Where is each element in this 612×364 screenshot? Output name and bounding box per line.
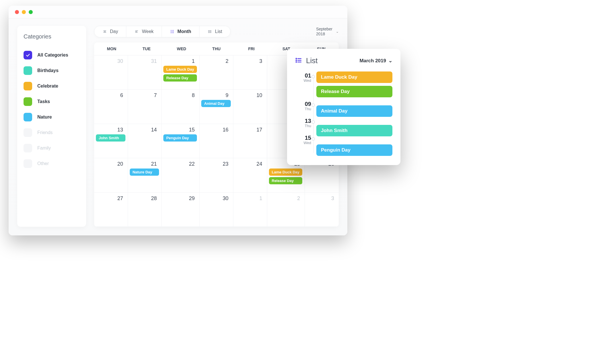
calendar-cell[interactable]: 1 <box>233 193 267 227</box>
view-tab-month[interactable]: Month <box>162 26 200 37</box>
grid-icon <box>170 29 175 34</box>
calendar-cell[interactable]: 23 <box>200 158 233 192</box>
view-tab-week[interactable]: Week <box>126 26 162 37</box>
svg-point-13 <box>172 32 173 33</box>
view-tab-list[interactable]: List <box>200 26 230 37</box>
calendar-cell[interactable]: 20 <box>94 158 128 192</box>
category-item[interactable]: Friends <box>24 125 80 140</box>
day-number: 10 <box>235 92 265 98</box>
view-tab-day[interactable]: Day <box>94 26 126 37</box>
view-tab-label: Month <box>177 29 191 34</box>
list-event[interactable]: John Smith <box>316 125 392 136</box>
svg-point-14 <box>173 32 174 33</box>
category-item[interactable]: Celebrate <box>24 78 80 94</box>
category-item[interactable]: Tasks <box>24 94 80 109</box>
calendar-cell[interactable]: 28 <box>128 193 162 227</box>
calendar-cell[interactable]: 13John Smith <box>94 124 128 158</box>
calendar-event[interactable]: Lame Duck Day <box>163 66 197 73</box>
calendar-cell[interactable]: 1Lame Duck DayRelease Day <box>162 55 200 90</box>
calendar-cell[interactable]: 16 <box>200 124 233 158</box>
categories-sidebar: Categories All CategoriesBirthdaysCelebr… <box>17 26 86 227</box>
calendar-cell[interactable]: 3 <box>233 55 267 90</box>
list-icon <box>295 57 302 65</box>
list-date: 09Thu <box>295 101 311 111</box>
chevron-down-icon: ⌄ <box>388 58 392 64</box>
list-event[interactable]: Penguin Day <box>316 144 392 156</box>
calendar-cell[interactable]: 14 <box>128 124 162 158</box>
chevron-down-icon: ⌄ <box>336 30 339 34</box>
calendar-cell[interactable]: 7 <box>128 90 162 124</box>
day-number: 1 <box>163 58 197 64</box>
category-swatch-icon <box>24 159 32 168</box>
category-item[interactable]: Other <box>24 156 80 171</box>
day-number: 1 <box>235 195 265 202</box>
lines-icon <box>102 29 107 34</box>
list-month-picker[interactable]: March 2019 ⌄ <box>359 58 392 64</box>
calendar-cell[interactable]: 30 <box>94 55 128 90</box>
calendar-event[interactable]: Release Day <box>163 74 197 82</box>
calendar-cell[interactable]: 29 <box>162 193 200 227</box>
calendar-cell[interactable]: 10 <box>233 90 267 124</box>
svg-point-7 <box>172 30 173 31</box>
view-tab-label: List <box>215 29 222 34</box>
svg-point-18 <box>208 30 209 31</box>
calendar-cell[interactable]: 31 <box>128 55 162 90</box>
day-number: 27 <box>96 195 125 202</box>
calendar-header: MON <box>94 42 129 55</box>
calendar-cell[interactable]: 15Penguin Day <box>162 124 200 158</box>
maximize-icon[interactable] <box>29 10 33 14</box>
category-item[interactable]: Birthdays <box>24 63 80 78</box>
svg-point-20 <box>208 32 209 33</box>
calendar-cell[interactable]: 6 <box>94 90 128 124</box>
calendar-cell[interactable]: 2 <box>267 193 305 227</box>
sidebar-title: Categories <box>24 33 80 40</box>
list-date-weekday: Thu <box>295 124 311 128</box>
list-event[interactable]: Animal Day <box>316 105 392 117</box>
list-popover: List March 2019 ⌄ 01Wed09Thu13Thu15Wed L… <box>287 49 400 165</box>
calendar-cell[interactable]: 8 <box>162 90 200 124</box>
svg-point-24 <box>296 58 297 59</box>
month-picker[interactable]: Septeber 2018 ⌄ <box>316 27 339 36</box>
day-number: 6 <box>96 92 125 98</box>
day-number: 13 <box>96 126 125 133</box>
category-label: Nature <box>37 115 52 120</box>
lines2-icon <box>134 29 139 34</box>
calendar-event[interactable]: Release Day <box>269 177 303 184</box>
list-date-num: 13 <box>295 118 311 124</box>
svg-point-6 <box>171 30 171 31</box>
minimize-icon[interactable] <box>22 10 26 14</box>
day-number: 14 <box>130 126 159 133</box>
list-event[interactable]: Lame Duck Day <box>316 71 392 83</box>
day-number: 2 <box>269 195 303 202</box>
calendar-event[interactable]: Lame Duck Day <box>269 169 303 176</box>
category-swatch-icon <box>24 66 32 75</box>
day-number: 20 <box>96 160 125 167</box>
calendar-cell[interactable]: 21Nature Day <box>128 158 162 192</box>
calendar-event[interactable]: John Smith <box>96 134 125 142</box>
category-item[interactable]: Family <box>24 140 80 156</box>
calendar-cell[interactable]: 22 <box>162 158 200 192</box>
category-swatch-icon <box>24 144 32 152</box>
day-number: 9 <box>201 92 231 98</box>
calendar-event[interactable]: Penguin Day <box>163 134 197 142</box>
calendar-cell[interactable]: 17 <box>233 124 267 158</box>
calendar-event[interactable]: Nature Day <box>130 169 159 176</box>
category-swatch-icon <box>24 128 32 137</box>
calendar-cell[interactable]: 9Animal Day <box>200 90 233 124</box>
calendar-cell[interactable]: 27 <box>94 193 128 227</box>
svg-point-19 <box>208 31 209 32</box>
calendar-cell[interactable]: 30 <box>200 193 233 227</box>
day-number: 2 <box>201 58 231 64</box>
calendar-cell[interactable]: 3 <box>305 193 339 227</box>
category-item[interactable]: All Categories <box>24 47 80 63</box>
list-date-weekday: Wed <box>295 78 311 83</box>
calendar-header: WED <box>164 42 199 55</box>
category-item[interactable]: Nature <box>24 109 80 125</box>
calendar-event[interactable]: Animal Day <box>201 100 231 107</box>
list-date: 13Thu <box>295 118 311 128</box>
close-icon[interactable] <box>15 10 19 14</box>
category-label: Other <box>37 161 49 166</box>
calendar-cell[interactable]: 2 <box>200 55 233 90</box>
list-event[interactable]: Release Day <box>316 86 392 97</box>
calendar-cell[interactable]: 24 <box>233 158 267 192</box>
